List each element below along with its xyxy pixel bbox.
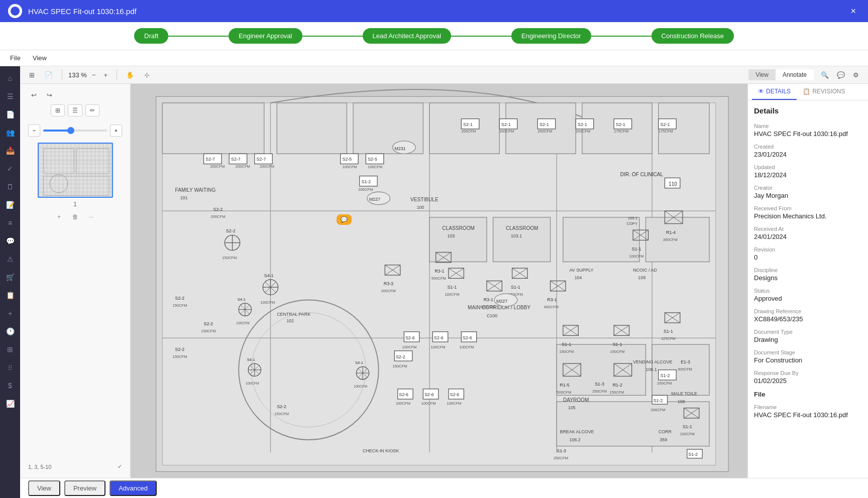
sidebar-icon-doc2[interactable]: 📝 xyxy=(2,197,18,213)
view-btn[interactable]: View xyxy=(748,69,776,80)
sidebar-icon-file[interactable]: 📄 xyxy=(2,106,18,122)
bottom-tab-preview[interactable]: Preview xyxy=(64,480,105,496)
thumb-list-btn[interactable]: ☰ xyxy=(68,104,82,116)
svg-text:S1-1: S1-1 xyxy=(613,342,622,347)
right-panel-tabs: 👁 DETAILS 📋 REVISIONS xyxy=(748,84,868,100)
details-tab-label: DETAILS xyxy=(766,88,791,95)
thumb-edit-btn[interactable]: ✏ xyxy=(85,104,99,116)
svg-rect-0 xyxy=(39,144,112,197)
sidebar-icon-inbox[interactable]: 📥 xyxy=(2,143,18,159)
bottom-tab-view[interactable]: View xyxy=(28,480,60,496)
svg-text:S2-2: S2-2 xyxy=(175,296,185,301)
workflow-pill-draft[interactable]: Draft xyxy=(134,28,168,44)
zoom-slider[interactable] xyxy=(43,130,107,132)
sidebar-icon-doc[interactable]: 🗒 xyxy=(2,179,18,195)
sidebar-icon-comment[interactable]: 💬 xyxy=(2,233,18,249)
svg-text:100CFM: 100CFM xyxy=(343,165,357,169)
sidebar-icon-warning[interactable]: ⚠ xyxy=(2,251,18,267)
workflow-step-construction: Construction Release xyxy=(652,28,734,44)
svg-text:100CFM: 100CFM xyxy=(354,385,367,388)
detail-updated-label: Updated xyxy=(754,164,862,170)
svg-text:200CFM: 200CFM xyxy=(461,129,476,134)
bottom-tab-advanced[interactable]: Advanced xyxy=(110,480,157,496)
workflow-line-1 xyxy=(168,36,229,37)
svg-text:200CFM: 200CFM xyxy=(381,289,396,293)
document-icon: 📄 xyxy=(45,71,53,79)
sidebar-icon-clock[interactable]: 🕐 xyxy=(2,323,18,339)
svg-text:200CFM: 200CFM xyxy=(210,164,225,169)
details-title: Details xyxy=(754,106,862,115)
undo-btn[interactable]: ↩ xyxy=(28,90,40,100)
sidebar-icon-dollar[interactable]: $ xyxy=(2,378,18,394)
sidebar-icon-plus[interactable]: + xyxy=(2,305,18,321)
svg-text:COPY: COPY xyxy=(627,221,637,226)
search-btn[interactable]: 🔍 xyxy=(818,70,832,80)
redo-btn[interactable]: ↪ xyxy=(44,90,55,100)
zoom-slider-plus[interactable]: + xyxy=(110,125,122,137)
menu-file[interactable]: File xyxy=(8,53,23,63)
detail-name-label: Name xyxy=(754,123,862,129)
svg-rect-18 xyxy=(162,103,264,154)
add-page-btn[interactable]: + xyxy=(53,211,65,223)
svg-text:200CFM: 200CFM xyxy=(576,129,590,134)
zoom-out-btn[interactable]: − xyxy=(89,70,99,80)
document-icon-btn[interactable]: 📄 xyxy=(42,70,56,80)
viewer-content: ↩ ↪ ⊞ ☰ ✏ − xyxy=(20,84,868,478)
sidebar-icon-list2[interactable]: ⁝⁝ xyxy=(2,359,18,376)
sidebar-icon-grid[interactable]: ⊞ xyxy=(2,341,18,357)
sidebar-icon-users[interactable]: 👥 xyxy=(2,125,18,141)
detail-creator-label: Creator xyxy=(754,185,862,191)
sidebar-icon-file2[interactable]: 📋 xyxy=(2,287,18,303)
menu-view[interactable]: View xyxy=(31,53,49,63)
viewer-area: ⌂ ☰ 📄 👥 📥 ✓ 🗒 📝 ≡ 💬 ⚠ 🛒 📋 + 🕐 ⊞ ⁝⁝ $ 📈 xyxy=(0,66,868,498)
delete-page-btn[interactable]: 🗑 xyxy=(69,211,81,223)
pan-btn[interactable]: ✋ xyxy=(123,70,137,80)
annotate-btn[interactable]: Annotate xyxy=(776,69,814,80)
detail-filename-label: Filename xyxy=(754,404,862,410)
sidebar-icon-menu[interactable]: ☰ xyxy=(2,88,18,104)
tab-details[interactable]: 👁 DETAILS xyxy=(752,84,797,100)
more-page-btn[interactable]: ··· xyxy=(85,211,97,223)
workflow-pill-engineer[interactable]: Engineer Approval xyxy=(229,28,302,44)
svg-text:S1-3: S1-3 xyxy=(595,382,604,387)
thumbnail-toggle-btn[interactable]: ⊞ xyxy=(26,70,38,80)
app-logo xyxy=(8,4,22,18)
sidebar-icon-cart[interactable]: 🛒 xyxy=(2,269,18,285)
svg-rect-19 xyxy=(277,103,347,154)
svg-text:125CFM: 125CFM xyxy=(661,336,676,341)
workflow-pill-architect[interactable]: Lead Architect Approval xyxy=(363,28,452,44)
svg-text:110: 110 xyxy=(669,181,677,187)
zoom-in-btn[interactable]: + xyxy=(100,70,111,80)
detail-created-value: 23/01/2024 xyxy=(754,151,862,158)
svg-text:600CFM: 600CFM xyxy=(480,305,495,309)
title-bar-left: HVAC SPEC Fit-out 1030:16.pdf xyxy=(8,4,137,18)
svg-text:S4-1: S4-1 xyxy=(238,297,246,302)
svg-text:S2-1: S2-1 xyxy=(501,122,511,127)
sidebar-icon-list[interactable]: ≡ xyxy=(2,215,18,231)
svg-text:100CFM: 100CFM xyxy=(236,321,250,325)
page-thumbnail[interactable] xyxy=(38,143,113,198)
close-button[interactable]: × xyxy=(846,4,860,19)
svg-text:S2-6: S2-6 xyxy=(399,392,408,397)
blueprint-container: 💬 xyxy=(131,84,747,478)
svg-rect-1 xyxy=(44,149,74,174)
thumb-grid-btn[interactable]: ⊞ xyxy=(51,104,65,116)
svg-text:150CFM: 150CFM xyxy=(559,349,574,354)
page-mark-btn[interactable]: ✓ xyxy=(118,463,122,470)
svg-text:200CFM: 200CFM xyxy=(260,164,274,169)
zoom-slider-minus[interactable]: − xyxy=(28,125,40,137)
svg-text:S1-1: S1-1 xyxy=(683,424,692,429)
sidebar-icon-home[interactable]: ⌂ xyxy=(2,70,18,86)
select-btn[interactable]: ⊹ xyxy=(141,70,153,80)
svg-text:100: 100 xyxy=(417,205,424,210)
tab-revisions[interactable]: 📋 REVISIONS xyxy=(797,84,851,100)
workflow-pill-construction[interactable]: Construction Release xyxy=(652,28,734,44)
sidebar-icon-chart[interactable]: 📈 xyxy=(2,396,18,412)
workflow-pill-director[interactable]: Engineering Director xyxy=(511,28,591,44)
sidebar-icon-check[interactable]: ✓ xyxy=(2,161,18,177)
comment-bubble[interactable]: 💬 xyxy=(337,214,352,225)
pdf-view: 💬 xyxy=(131,84,747,478)
settings-btn[interactable]: ⚙ xyxy=(850,70,862,80)
toolbar: ⊞ 📄 133 % − + ✋ ⊹ View Annotate xyxy=(20,66,868,84)
comment-btn[interactable]: 💬 xyxy=(834,70,848,80)
